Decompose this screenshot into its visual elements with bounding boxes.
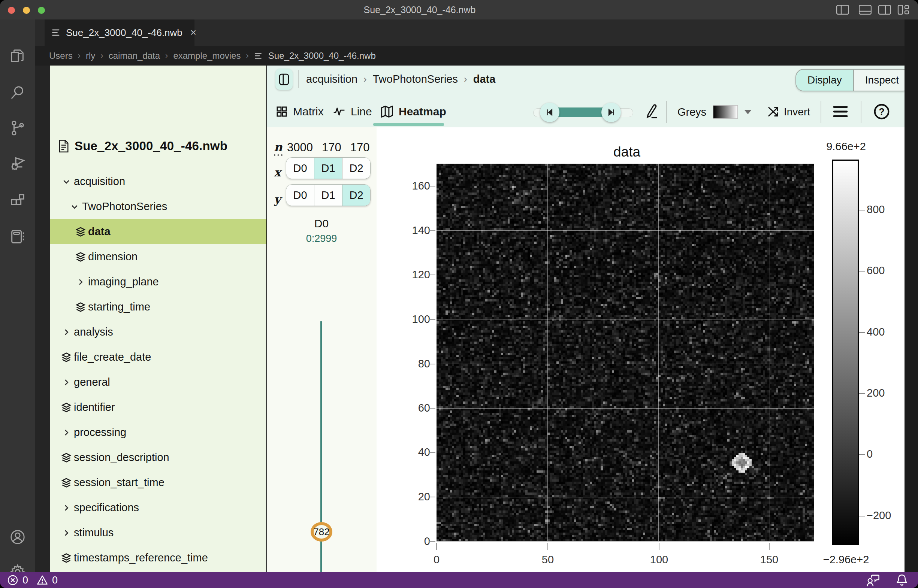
feedback-icon[interactable] <box>866 573 880 587</box>
viewer-panel: acquisition › TwoPhotonSeries › data Dis… <box>267 66 905 572</box>
tab-close-icon[interactable]: × <box>190 27 196 39</box>
tree-item-data[interactable]: data <box>50 219 266 244</box>
y-tick-mark <box>429 319 436 320</box>
tree-item-label: timestamps_reference_time <box>74 552 208 564</box>
viewer-breadcrumb-item[interactable]: acquisition <box>306 73 358 86</box>
x-d2-button[interactable]: D2 <box>342 158 370 179</box>
tab-line[interactable]: Line <box>333 100 372 123</box>
toggle-panel-icon[interactable] <box>859 5 871 15</box>
minimize-window-button[interactable] <box>23 7 30 14</box>
toggle-sidebar-icon[interactable] <box>836 5 849 15</box>
shape-dim2: 170 <box>350 141 370 154</box>
x-d1-button[interactable]: D1 <box>314 158 342 179</box>
tree-item-stimulus[interactable]: stimulus <box>50 520 266 545</box>
tree-item-specifications[interactable]: specifications <box>50 495 266 520</box>
tab-matrix[interactable]: Matrix <box>276 100 324 123</box>
warning-count[interactable]: 0 <box>52 575 58 586</box>
breadcrumb-item[interactable]: example_movies <box>173 50 241 61</box>
tree-item-file-create-date[interactable]: file_create_date <box>50 344 266 370</box>
inspect-button[interactable]: Inspect <box>853 69 910 90</box>
warnings-icon[interactable] <box>36 574 49 586</box>
tree-item-twophotonseries[interactable]: TwoPhotonSeries <box>50 194 266 219</box>
chevron-right-icon[interactable] <box>73 278 88 286</box>
notifications-bell-icon[interactable] <box>895 573 908 587</box>
tree-item-session-description[interactable]: session_description <box>50 445 266 470</box>
tree-item-acquisition[interactable]: acquisition <box>50 169 266 194</box>
breadcrumb-item[interactable]: rly <box>86 50 95 61</box>
y-d2-button[interactable]: D2 <box>342 185 370 206</box>
x-dim-selector: D0 D1 D2 <box>286 157 371 179</box>
tree-item-label: dimension <box>88 250 138 263</box>
collapse-sidebar-button[interactable] <box>275 69 293 90</box>
edit-pen-icon[interactable] <box>645 104 659 120</box>
tree-item-dimension[interactable]: dimension <box>50 244 266 269</box>
close-window-button[interactable] <box>8 7 15 14</box>
y-d0-button[interactable]: D0 <box>286 185 314 206</box>
viewer-breadcrumb-item[interactable]: TwoPhotonSeries <box>373 73 458 86</box>
chevron-right-icon[interactable] <box>59 503 74 512</box>
tree-item-imaging-plane[interactable]: imaging_plane <box>50 269 266 294</box>
frame-slider-track[interactable] <box>321 321 322 588</box>
breadcrumb-item[interactable]: caiman_data <box>108 50 160 61</box>
y-tick-mark <box>429 408 436 409</box>
tree-item-processing[interactable]: processing <box>50 420 266 445</box>
colorbar-tick-label: 400 <box>867 326 885 338</box>
search-icon[interactable] <box>9 84 26 101</box>
colorbar <box>832 160 859 545</box>
menu-hamburger-icon[interactable] <box>833 105 848 118</box>
display-inspect-toggle: Display Inspect <box>795 69 911 91</box>
chevron-right-icon[interactable] <box>59 328 74 337</box>
dataset-stack-icon <box>59 352 74 363</box>
help-icon[interactable]: ? <box>873 103 890 120</box>
toolbar-separator <box>666 101 667 123</box>
waveform-icon <box>333 106 345 118</box>
x-d0-button[interactable]: D0 <box>286 158 314 179</box>
display-button[interactable]: Display <box>796 69 853 90</box>
error-count[interactable]: 0 <box>23 575 28 586</box>
heatmap-canvas[interactable] <box>437 164 814 541</box>
zoom-window-button[interactable] <box>38 7 45 14</box>
dataset-stack-icon <box>73 226 88 237</box>
frame-slider-handle[interactable]: 782 <box>311 522 332 541</box>
tree-item-general[interactable]: general <box>50 370 266 395</box>
source-control-icon[interactable] <box>9 120 26 137</box>
tree-item-session-start-time[interactable]: session_start_time <box>50 470 266 495</box>
tree-item-analysis[interactable]: analysis <box>50 320 266 344</box>
tree-item-starting-time[interactable]: starting_time <box>50 294 266 320</box>
tree-item-identifier[interactable]: identifier <box>50 395 266 420</box>
tree-item-label: session_description <box>74 451 169 464</box>
notebook-icon[interactable] <box>9 228 26 245</box>
chevron-down-icon[interactable] <box>59 177 74 186</box>
chevron-right-icon[interactable] <box>59 528 74 538</box>
viewer-breadcrumb-item[interactable]: data <box>473 73 496 86</box>
chevron-down-icon[interactable] <box>67 202 82 211</box>
breadcrumb-separator: › <box>165 51 168 61</box>
breadcrumb-file[interactable]: Sue_2x_3000_40_-46.nwb <box>268 50 376 61</box>
invert-toggle[interactable]: Invert <box>767 101 810 123</box>
y-d1-button[interactable]: D1 <box>314 185 342 206</box>
extensions-icon[interactable] <box>9 192 26 209</box>
tab-heatmap[interactable]: Heatmap <box>381 100 446 123</box>
chevron-right-icon[interactable] <box>59 378 74 387</box>
chevron-right-icon[interactable] <box>59 428 74 437</box>
run-debug-icon[interactable] <box>9 155 26 173</box>
tree-item-label: analysis <box>74 326 113 338</box>
dataset-stack-icon <box>73 251 88 263</box>
account-icon[interactable] <box>9 528 26 546</box>
tree-item-label: stimulus <box>74 527 113 539</box>
range-end-handle[interactable] <box>601 103 621 122</box>
customize-layout-icon[interactable] <box>897 5 910 15</box>
errors-icon[interactable] <box>7 574 19 586</box>
colormap-picker[interactable]: Greys <box>677 101 751 123</box>
range-start-handle[interactable] <box>540 103 559 122</box>
y-tick-label: 140 <box>400 225 430 237</box>
explorer-icon[interactable] <box>9 48 26 66</box>
x-tick-label: 100 <box>644 554 674 566</box>
tree-item-timestamps-reference-time[interactable]: timestamps_reference_time <box>50 545 266 570</box>
y-label: y <box>274 192 281 206</box>
shape-dim1: 170 <box>322 141 342 154</box>
y-tick-mark <box>429 230 436 231</box>
breadcrumb-item[interactable]: Users <box>49 50 73 61</box>
split-editor-icon[interactable] <box>878 5 891 15</box>
editor-tab[interactable]: Sue_2x_3000_40_-46.nwb × <box>45 19 194 46</box>
